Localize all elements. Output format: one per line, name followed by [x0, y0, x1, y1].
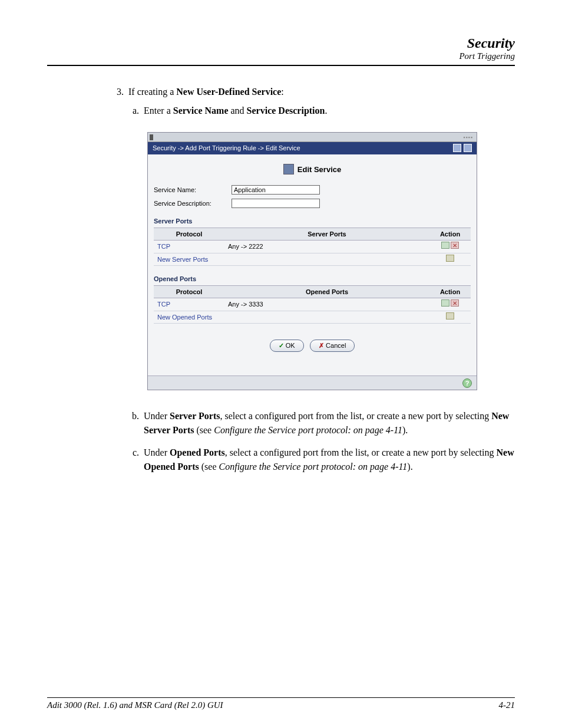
- service-name-label: Service Name:: [154, 185, 232, 195]
- service-desc-input[interactable]: [232, 199, 320, 208]
- add-icon[interactable]: [446, 312, 454, 319]
- step-number: 3.: [112, 85, 128, 99]
- server-ports-table: Protocol Server Ports Action TCP Any -> …: [154, 228, 471, 266]
- service-icon: [283, 164, 294, 174]
- edit-icon[interactable]: [441, 242, 449, 249]
- ports-cell: Any -> 2222: [224, 241, 429, 253]
- step-letter: c.: [128, 446, 144, 474]
- server-ports-heading: Server Ports: [154, 216, 471, 226]
- footer-right: 4-21: [499, 700, 515, 710]
- new-opened-ports-link[interactable]: New Opened Ports: [154, 311, 224, 324]
- page-footer: Adit 3000 (Rel. 1.6) and MSR Card (Rel 2…: [47, 697, 515, 710]
- step-3: 3. If creating a New User-Defined Servic…: [112, 85, 515, 99]
- new-server-ports-link[interactable]: New Server Ports: [154, 253, 224, 266]
- step-letter: a.: [128, 104, 144, 118]
- edit-icon[interactable]: [441, 301, 450, 308]
- header-title: Security: [47, 35, 515, 51]
- delete-icon[interactable]: [451, 299, 459, 307]
- header-subtitle: Port Triggering: [47, 51, 515, 61]
- col-action: Action: [429, 285, 471, 298]
- step-3a: a. Enter a Service Name and Service Desc…: [128, 104, 515, 118]
- edit-service-screenshot: ▪▪▪▪ Security -> Add Port Triggering Rul…: [147, 132, 477, 390]
- table-row: New Server Ports: [154, 253, 471, 266]
- page-header: Security Port Triggering: [47, 35, 515, 66]
- help-icon[interactable]: ?: [462, 378, 472, 388]
- table-row: New Opened Ports: [154, 311, 471, 324]
- col-action: Action: [429, 228, 471, 241]
- opened-ports-table: Protocol Opened Ports Action TCP Any -> …: [154, 285, 471, 324]
- breadcrumb: Security -> Add Port Triggering Rule -> …: [153, 143, 300, 153]
- add-icon[interactable]: [446, 255, 454, 262]
- opened-ports-heading: Opened Ports: [154, 274, 471, 284]
- service-name-input[interactable]: [232, 185, 320, 195]
- protocol-link[interactable]: TCP: [154, 298, 224, 311]
- cancel-button[interactable]: ✗ Cancel: [310, 340, 355, 352]
- footer-left: Adit 3000 (Rel. 1.6) and MSR Card (Rel 2…: [47, 700, 223, 710]
- col-protocol: Protocol: [154, 285, 224, 298]
- window-titlebar: ▪▪▪▪: [148, 133, 477, 142]
- step-3c: c. Under Opened Ports, select a configur…: [128, 446, 515, 474]
- ports-cell: Any -> 3333: [224, 298, 429, 311]
- step-letter: b.: [128, 409, 144, 437]
- col-opened-ports: Opened Ports: [224, 285, 429, 298]
- sitemap-icon[interactable]: [453, 144, 461, 152]
- table-row: TCP Any -> 2222: [154, 241, 471, 253]
- service-desc-label: Service Description:: [154, 199, 232, 209]
- step-3b: b. Under Server Ports, select a configur…: [128, 409, 515, 437]
- breadcrumb-bar: Security -> Add Port Triggering Rule -> …: [148, 142, 477, 154]
- col-server-ports: Server Ports: [224, 228, 429, 241]
- delete-icon[interactable]: [451, 242, 459, 249]
- ok-button[interactable]: ✓ OK: [270, 340, 304, 352]
- table-row: TCP Any -> 3333: [154, 298, 471, 311]
- list-icon[interactable]: [464, 144, 472, 152]
- panel-title: Edit Service: [154, 159, 471, 184]
- protocol-link[interactable]: TCP: [154, 241, 224, 253]
- col-protocol: Protocol: [154, 228, 224, 241]
